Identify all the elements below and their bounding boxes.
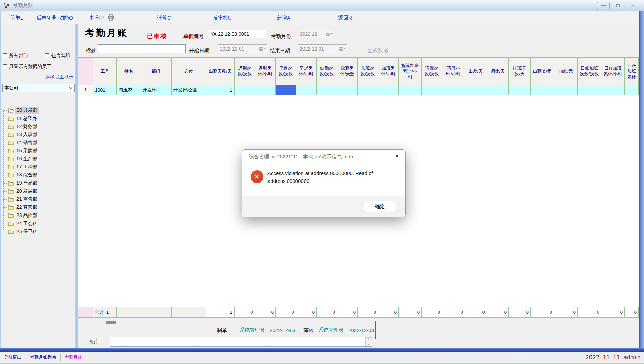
tree-item-dept-15[interactable]: 15 采购部 xyxy=(2,147,74,155)
statusbar-tab-current[interactable]: 考勤月账 xyxy=(61,354,86,360)
toolbar-unaudit[interactable]: 反审核U xyxy=(213,15,232,21)
column-header[interactable]: 出勤奖/元 xyxy=(531,58,554,85)
panel-splitter[interactable] xyxy=(75,24,78,348)
month-field[interactable]: 2022-12 ▦▾ xyxy=(298,30,334,38)
tree-item-dept-16[interactable]: 16 生产部 xyxy=(2,155,74,163)
column-header[interactable]: 姓名 xyxy=(117,58,141,85)
tree-item-dept-14[interactable]: 14 销售部 xyxy=(2,139,74,147)
checkbox-only-with-data[interactable]: 只显示有数据的员工 xyxy=(3,64,51,70)
column-header[interactable]: 迟到次数/次数 xyxy=(235,58,255,85)
tree-item-dept-13[interactable]: 13 人事部 xyxy=(2,131,74,139)
company-combobox[interactable]: 本公司 xyxy=(2,84,75,92)
title-input[interactable] xyxy=(98,44,186,53)
ok-button[interactable]: 确定 xyxy=(364,201,396,212)
column-header[interactable]: 折算加班累计/小时 xyxy=(399,58,422,85)
select-employee-display-link[interactable]: 选择员工显示 xyxy=(45,74,73,80)
tree-item-dept-11[interactable]: 11 总经办 xyxy=(2,114,74,123)
selected-cell[interactable] xyxy=(276,85,296,95)
column-header[interactable]: 工号 xyxy=(93,58,117,85)
spinner-down-button[interactable]: ▼ xyxy=(365,342,372,347)
column-header[interactable]: 扣款/元 xyxy=(554,58,578,85)
column-header[interactable]: 请假小时/小时 xyxy=(442,58,465,85)
table-cell[interactable]: 周玉林 xyxy=(117,85,141,95)
column-header[interactable]: 迟到累计/小时 xyxy=(255,58,276,85)
remark-input[interactable] xyxy=(110,337,372,347)
table-row[interactable]: 11001周玉林开发部开发部经理1 xyxy=(78,85,639,95)
table-cell[interactable]: 开发部经理 xyxy=(172,85,206,95)
column-header[interactable]: 排班天数/天 xyxy=(509,58,531,85)
table-cell[interactable] xyxy=(399,85,422,95)
table-cell[interactable] xyxy=(487,85,509,95)
column-header[interactable]: 早退次数/次数 xyxy=(276,58,296,85)
table-cell[interactable]: 1 xyxy=(206,85,235,95)
table-cell[interactable] xyxy=(531,85,554,95)
all-departments-checkbox-box[interactable] xyxy=(3,53,7,58)
table-cell[interactable] xyxy=(442,85,465,95)
column-header[interactable]: 出差/天 xyxy=(465,58,487,85)
only-with-data-checkbox-box[interactable] xyxy=(3,64,7,69)
column-header[interactable]: 早退累计/小时 xyxy=(296,58,317,85)
tree-item-dept-19[interactable]: 19 产品部 xyxy=(2,179,74,187)
company-combobox-dropdown-button[interactable] xyxy=(67,84,74,92)
table-cell[interactable] xyxy=(296,85,317,95)
include-resigned-checkbox-box[interactable] xyxy=(45,53,49,58)
maximize-button[interactable] xyxy=(612,2,624,9)
table-cell[interactable] xyxy=(235,85,255,95)
tree-item-dept-21[interactable]: 21 零售部 xyxy=(2,195,74,203)
table-cell[interactable] xyxy=(601,85,625,95)
toolbar-next-doc[interactable]: 后单N xyxy=(36,15,50,21)
statusbar-tab-navigation[interactable]: 导航窗口 xyxy=(0,354,26,360)
table-cell[interactable] xyxy=(554,85,578,95)
splitter-grip[interactable] xyxy=(106,321,116,324)
checkbox-include-resigned[interactable]: 包含离职 xyxy=(45,53,70,59)
table-cell[interactable] xyxy=(465,85,487,95)
column-header[interactable]: 缺勤次数/次数 xyxy=(317,58,337,85)
toolbar-functions[interactable]: 功能O xyxy=(59,15,73,21)
minimize-button[interactable] xyxy=(597,2,610,9)
table-cell[interactable] xyxy=(358,85,378,95)
close-button[interactable]: ✕ xyxy=(627,2,639,9)
table-cell[interactable]: 开发部 xyxy=(141,85,172,95)
table-cell[interactable] xyxy=(317,85,337,95)
start-date-field[interactable]: 2022-12-01 ▦▾ xyxy=(218,44,267,53)
table-cell[interactable] xyxy=(625,85,639,95)
column-header[interactable]: 出勤天数/天 xyxy=(206,58,235,85)
printer-icon[interactable] xyxy=(108,14,114,21)
table-cell[interactable] xyxy=(578,85,601,95)
tree-item-dept-17[interactable]: 17 工程部 xyxy=(2,163,74,171)
column-header[interactable]: 加班次数/次数 xyxy=(358,58,378,85)
column-header[interactable]: 部门 xyxy=(141,58,172,85)
table-cell[interactable] xyxy=(422,85,442,95)
tree-item-dept-22[interactable]: 22 直营部 xyxy=(2,203,74,211)
table-cell[interactable] xyxy=(255,85,276,95)
end-date-field[interactable]: 2022-12-31 ▦▾ xyxy=(298,44,347,53)
tree-item-dept-25[interactable]: 25 保卫科 xyxy=(2,228,74,236)
toolbar-calculate[interactable]: 计算C xyxy=(157,15,171,21)
doc-no-input[interactable] xyxy=(209,30,266,38)
table-cell[interactable] xyxy=(378,85,399,95)
table-cell[interactable] xyxy=(337,85,358,95)
dialog-close-icon[interactable]: ✕ xyxy=(395,153,399,159)
column-header[interactable]: 请假次数/次数 xyxy=(422,58,442,85)
toolbar-print[interactable]: 打印P xyxy=(90,15,104,21)
column-header[interactable]: 日账加班次数/次数 xyxy=(578,58,601,85)
tree-item-dept-12[interactable]: 12 财务部 xyxy=(2,123,74,131)
column-header[interactable]: 加班累计/小时 xyxy=(378,58,399,85)
column-header[interactable]: 缺勤累计/天数 xyxy=(337,58,358,85)
tree-item-dept-00[interactable]: 00 开发部 xyxy=(2,106,74,114)
tree-item-dept-23[interactable]: 23 品控部 xyxy=(2,211,74,220)
toolbar-add-new[interactable]: 新增A xyxy=(277,15,290,21)
toolbar-prev-doc[interactable]: 前单L xyxy=(10,15,23,21)
tree-item-dept-24[interactable]: 24 工会科 xyxy=(2,220,74,228)
column-header[interactable]: 调休/天 xyxy=(487,58,509,85)
toolbar-back[interactable]: 返回R xyxy=(338,15,352,21)
table-cell[interactable] xyxy=(509,85,531,95)
checkbox-all-departments[interactable]: 所有部门 xyxy=(3,53,28,59)
spinner-up-button[interactable]: ▲ xyxy=(365,337,372,342)
column-header[interactable]: 日账加班累计 xyxy=(625,58,639,85)
table-cell[interactable]: 1001 xyxy=(93,85,117,95)
tree-item-dept-18[interactable]: 18 综合部 xyxy=(2,171,74,179)
statusbar-tab-list[interactable]: 考勤月账列表 xyxy=(26,354,60,360)
column-header[interactable]: 岗位 xyxy=(172,58,206,85)
column-header[interactable]: 日账加班累计/小时 xyxy=(601,58,625,85)
